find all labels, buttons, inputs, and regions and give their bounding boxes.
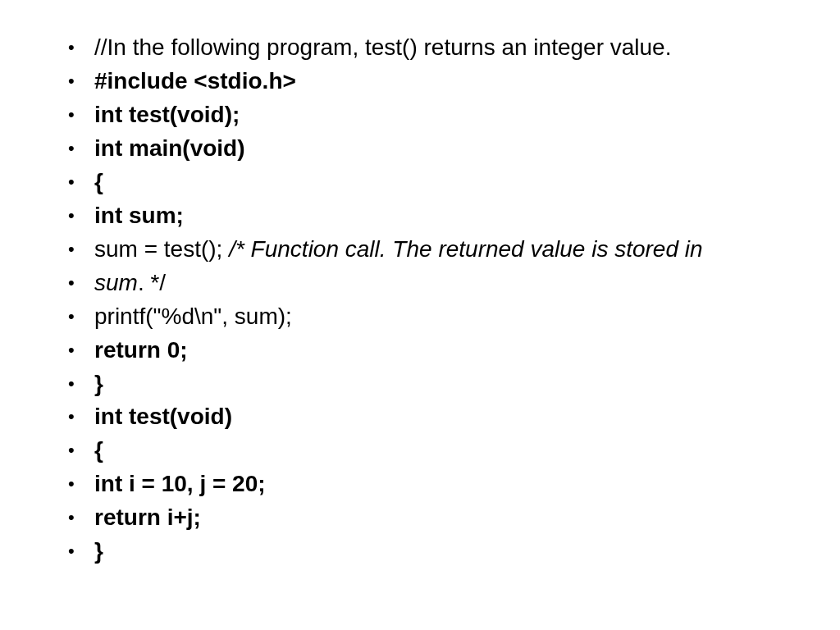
code-line: { bbox=[62, 436, 807, 466]
line-text: //In the following program, test() retur… bbox=[94, 34, 671, 60]
line-text: printf("%d\n", sum); bbox=[94, 304, 292, 329]
code-line: int sum; bbox=[62, 201, 807, 231]
code-line: } bbox=[62, 536, 807, 567]
line-text: return i+j; bbox=[94, 504, 201, 530]
line-text: . */ bbox=[138, 270, 166, 295]
line-text: int test(void) bbox=[94, 404, 232, 429]
code-line: { bbox=[62, 167, 807, 198]
line-text: { bbox=[94, 437, 103, 463]
code-line: int i = 10, j = 20; bbox=[62, 469, 807, 500]
line-text: int sum; bbox=[94, 203, 184, 228]
code-line: printf("%d\n", sum); bbox=[62, 302, 807, 332]
code-line: int test(void); bbox=[62, 100, 807, 130]
code-line: sum = test(); /* Function call. The retu… bbox=[62, 235, 807, 265]
line-text: int main(void) bbox=[94, 135, 245, 161]
line-text: } bbox=[94, 371, 103, 396]
code-line: #include <stdio.h> bbox=[62, 66, 807, 97]
code-list: //In the following program, test() retur… bbox=[62, 33, 807, 567]
line-text: int test(void); bbox=[94, 102, 240, 127]
code-line: int main(void) bbox=[62, 134, 807, 164]
line-text: int i = 10, j = 20; bbox=[94, 471, 266, 496]
line-comment: sum bbox=[94, 270, 138, 295]
code-line: int test(void) bbox=[62, 402, 807, 432]
code-line: return i+j; bbox=[62, 503, 807, 533]
code-line: } bbox=[62, 369, 807, 399]
code-line: //In the following program, test() retur… bbox=[62, 33, 807, 63]
line-text: #include <stdio.h> bbox=[94, 68, 296, 94]
code-line: return 0; bbox=[62, 336, 807, 366]
line-text: return 0; bbox=[94, 337, 188, 363]
line-comment: /* Function call. The returned value is … bbox=[229, 236, 702, 262]
code-line: sum. */ bbox=[62, 268, 807, 299]
line-text: { bbox=[94, 169, 103, 194]
line-text: } bbox=[94, 538, 103, 564]
line-text: sum = test(); bbox=[94, 236, 229, 262]
